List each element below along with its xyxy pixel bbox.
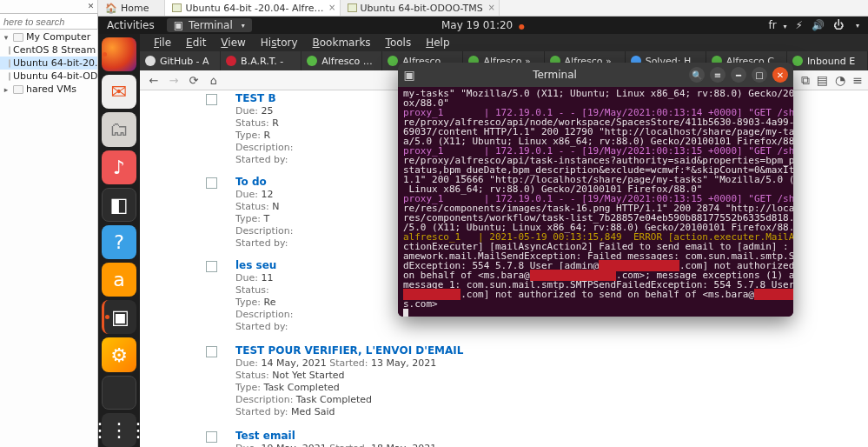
dock-thunderbird[interactable]: ✉ bbox=[102, 75, 136, 109]
due-label: Due: bbox=[235, 272, 258, 284]
firefox-tab[interactable]: Alfresco … bbox=[301, 51, 382, 70]
host-tab-odoo[interactable]: Ubuntu 64-bit-ODOO-TMS × bbox=[341, 0, 500, 16]
dock-firefox[interactable] bbox=[102, 37, 136, 71]
search-icon[interactable]: 🔍 bbox=[689, 67, 705, 83]
task-select[interactable] bbox=[206, 94, 222, 110]
vm-label: Ubuntu 64-bit-20.04-Alfresco bbox=[13, 57, 97, 69]
task-title-link[interactable]: TEST POUR VERIFIER, L'ENVOI D'EMAIL bbox=[235, 344, 826, 357]
maximize-icon[interactable]: □ bbox=[752, 67, 767, 83]
vm-tree-host[interactable]: ▾ My Computer bbox=[0, 30, 97, 43]
vm-item-odoo[interactable]: Ubuntu 64-bit-ODOO-TMS bbox=[0, 70, 97, 83]
dock-files[interactable]: 🗂 bbox=[102, 112, 136, 146]
task-select[interactable] bbox=[206, 431, 222, 447]
vmware-tabstrip: 🏠 Home Ubuntu 64-bit -20.04- Alfre… × Ub… bbox=[98, 0, 868, 17]
menu-tools[interactable]: Tools bbox=[379, 35, 419, 50]
minimize-icon[interactable]: ━ bbox=[731, 67, 746, 83]
gnome-dock: ✉ 🗂 ♪ ◧ ? a ▣ ⚙ ⋮⋮⋮ bbox=[98, 34, 140, 447]
type-label: Type: bbox=[235, 213, 261, 224]
type-label: Type: bbox=[235, 382, 261, 393]
menu-help[interactable]: Help bbox=[419, 35, 456, 50]
network-icon[interactable]: ⚡ bbox=[796, 19, 803, 31]
close-icon[interactable]: × bbox=[487, 3, 494, 12]
terminal-titlebar[interactable]: ▣ Terminal 🔍 ≡ ━ □ ✕ bbox=[398, 63, 793, 87]
desc-label: Description: bbox=[235, 225, 293, 237]
back-button[interactable]: ← bbox=[145, 71, 162, 89]
close-icon[interactable]: ✕ bbox=[86, 2, 96, 11]
checkbox-icon[interactable] bbox=[206, 261, 217, 272]
volume-icon[interactable]: 🔊 bbox=[812, 19, 825, 31]
topbar-app-label: Terminal bbox=[189, 19, 233, 31]
desc-label: Description: bbox=[235, 142, 293, 153]
account-icon[interactable]: ◔ bbox=[835, 73, 845, 87]
close-icon[interactable]: × bbox=[328, 3, 335, 12]
reload-button[interactable]: ⟳ bbox=[185, 71, 202, 89]
startedby-label: Started by: bbox=[235, 154, 288, 165]
dock-settings[interactable]: ⚙ bbox=[102, 337, 136, 371]
vm-icon bbox=[9, 46, 10, 55]
hamburger-menu-icon[interactable]: ≡ bbox=[852, 73, 863, 87]
task-select[interactable] bbox=[206, 346, 222, 362]
ubuntu-desktop: 🏠 Home Ubuntu 64-bit -20.04- Alfre… × Ub… bbox=[98, 0, 868, 447]
dock-extra1[interactable] bbox=[102, 376, 136, 410]
new-tab-icon[interactable]: ▣ bbox=[398, 68, 421, 82]
terminal-output[interactable]: my-tasks" "Mozilla/5.0 (X11; Ubuntu; Lin… bbox=[398, 87, 793, 317]
checkbox-icon[interactable] bbox=[206, 94, 217, 105]
dock-show-apps[interactable]: ⋮⋮⋮ bbox=[102, 413, 136, 447]
menu-view[interactable]: View bbox=[214, 35, 252, 50]
host-tab-alfresco[interactable]: Ubuntu 64-bit -20.04- Alfre… × bbox=[165, 0, 340, 16]
dock-software[interactable]: ◧ bbox=[102, 188, 136, 222]
tab-label: Inbound E bbox=[807, 56, 855, 67]
hamburger-menu-icon[interactable]: ≡ bbox=[710, 67, 726, 83]
task-title-link[interactable]: Test email bbox=[235, 430, 826, 442]
devtools-icon[interactable]: ⧉ bbox=[801, 73, 810, 88]
forward-button[interactable]: → bbox=[165, 71, 182, 89]
status-value: R bbox=[272, 117, 279, 129]
clock[interactable]: May 19 01:20 bbox=[441, 19, 513, 31]
firefox-tab[interactable]: GitHub - A bbox=[140, 51, 221, 70]
menu-bookmarks[interactable]: Bookmarks bbox=[306, 35, 378, 50]
type-value: Task Completed bbox=[263, 382, 339, 393]
home-button[interactable]: ⌂ bbox=[205, 71, 222, 89]
expand-icon[interactable]: ▸ bbox=[2, 85, 10, 94]
power-icon[interactable]: ⏻ bbox=[833, 19, 844, 31]
dock-help[interactable]: ? bbox=[102, 225, 136, 259]
lang-indicator[interactable]: fr ▾ bbox=[769, 19, 787, 31]
desc-label: Description: bbox=[235, 309, 293, 320]
shared-icon bbox=[13, 85, 23, 94]
vm-item-centos[interactable]: CentOS 8 Stream 64-bit bbox=[0, 43, 97, 57]
due-label: Due: bbox=[235, 357, 258, 369]
collapse-icon[interactable]: ▾ bbox=[2, 33, 10, 42]
reader-icon[interactable]: ▤ bbox=[817, 73, 828, 87]
close-icon[interactable]: ✕ bbox=[772, 67, 788, 83]
type-value: T bbox=[263, 213, 269, 224]
firefox-tab[interactable]: Inbound E bbox=[787, 51, 868, 70]
vm-icon bbox=[172, 3, 182, 12]
terminal-window[interactable]: ▣ Terminal 🔍 ≡ ━ □ ✕ my-tasks" "Mozilla/… bbox=[398, 63, 793, 317]
tab-label: GitHub - A bbox=[160, 56, 209, 67]
task-select[interactable] bbox=[206, 177, 222, 193]
menu-history[interactable]: History bbox=[254, 35, 305, 50]
checkbox-icon[interactable] bbox=[206, 431, 217, 443]
vm-search-input[interactable] bbox=[0, 13, 98, 30]
menu-file[interactable]: FFileile bbox=[147, 35, 178, 50]
dock-amazon[interactable]: a bbox=[102, 263, 136, 297]
topbar-app-terminal[interactable]: ▣ Terminal ▾ bbox=[167, 18, 252, 32]
task-select[interactable] bbox=[206, 261, 222, 277]
checkbox-icon[interactable] bbox=[206, 177, 217, 189]
favicon-icon bbox=[145, 56, 156, 66]
status-label: Status: bbox=[235, 201, 269, 212]
menu-edit[interactable]: Edit bbox=[179, 35, 213, 50]
activities-button[interactable]: Activities bbox=[107, 19, 155, 31]
checkbox-icon[interactable] bbox=[206, 346, 217, 357]
due-label: Due: bbox=[235, 105, 258, 117]
vm-label: Ubuntu 64-bit-ODOO-TMS bbox=[13, 70, 97, 82]
vm-tree-shared[interactable]: ▸ hared VMs bbox=[0, 83, 97, 96]
host-tab-home[interactable]: 🏠 Home bbox=[98, 0, 165, 16]
notification-dot: ● bbox=[519, 23, 525, 30]
dock-terminal[interactable]: ▣ bbox=[102, 300, 136, 334]
firefox-tab[interactable]: B.A.R.T. - bbox=[221, 51, 301, 70]
started-label: Started: bbox=[329, 443, 368, 447]
desc-label: Description: bbox=[235, 394, 293, 405]
vm-item-alfresco[interactable]: Ubuntu 64-bit-20.04-Alfresco bbox=[0, 57, 97, 70]
dock-rhythmbox[interactable]: ♪ bbox=[102, 150, 136, 184]
